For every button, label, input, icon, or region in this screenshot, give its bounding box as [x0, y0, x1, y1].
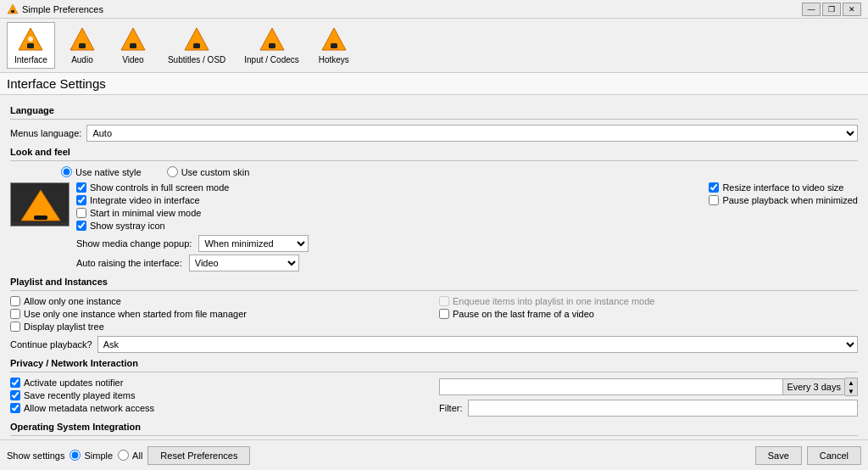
playlist-tree-checkbox[interactable]: [10, 322, 20, 332]
fullscreen-controls-checkbox[interactable]: [76, 182, 86, 193]
input-label: Input / Codecs: [244, 55, 298, 64]
show-media-label: Show media change popup:: [76, 238, 192, 249]
continue-playback-select[interactable]: Ask Always Never: [97, 336, 858, 353]
playlist-left-col: Allow only one instance Use only one ins…: [10, 296, 429, 334]
show-media-row: Show media change popup: When minimized …: [76, 235, 309, 252]
one-instance-item[interactable]: Allow only one instance: [10, 296, 429, 306]
minimal-view-checkbox[interactable]: [76, 208, 86, 218]
systray-icon-item[interactable]: Show systray icon: [76, 221, 309, 231]
resize-interface-checkbox[interactable]: [709, 182, 719, 193]
auto-raising-select[interactable]: Video Always Never: [189, 255, 299, 271]
days-down-button[interactable]: ▼: [845, 387, 857, 395]
filter-input[interactable]: [468, 400, 859, 417]
all-radio-item[interactable]: All: [118, 450, 142, 461]
pause-last-frame-checkbox[interactable]: [439, 309, 449, 319]
continue-playback-label: Continue playback?: [10, 339, 92, 350]
privacy-section-title: Privacy / Network Interaction: [10, 358, 858, 368]
native-style-radio-item[interactable]: Use native style: [61, 166, 142, 177]
minimize-button[interactable]: —: [802, 3, 821, 16]
metadata-network-label: Allow metadata network access: [24, 403, 154, 413]
toolbar-item-hotkeys[interactable]: Hotkeys: [310, 22, 358, 69]
audio-label: Audio: [71, 55, 93, 64]
playlist-section-title: Playlist and Instances: [10, 277, 858, 287]
svg-rect-12: [269, 43, 275, 48]
subtitles-icon: [183, 26, 210, 53]
svg-rect-10: [193, 43, 200, 48]
menus-language-label: Menus language:: [10, 128, 81, 138]
minimal-view-label: Start in minimal view mode: [90, 208, 201, 218]
metadata-network-checkbox[interactable]: [10, 403, 20, 413]
audio-icon: [69, 26, 96, 53]
menus-language-select[interactable]: Auto English French: [86, 125, 858, 142]
enqueue-item: Enqueue items into playlist in one insta…: [439, 296, 858, 306]
systray-icon-checkbox[interactable]: [76, 221, 86, 231]
updates-notifier-checkbox[interactable]: [10, 378, 20, 388]
custom-skin-radio-item[interactable]: Use custom skin: [167, 166, 250, 177]
look-feel-checkboxes: Show controls in full screen mode Integr…: [76, 182, 309, 271]
pause-minimized-checkbox[interactable]: [709, 195, 719, 205]
filter-row: Filter:: [439, 400, 858, 417]
one-instance-checkbox[interactable]: [10, 296, 20, 306]
custom-skin-radio[interactable]: [167, 166, 178, 177]
look-feel-section-title: Look and feel: [10, 147, 858, 157]
file-manager-instance-item[interactable]: Use only one instance when started from …: [10, 309, 429, 319]
svg-rect-3: [27, 43, 34, 48]
reset-preferences-button[interactable]: Reset Preferences: [147, 446, 250, 465]
one-instance-label: Allow only one instance: [24, 296, 121, 306]
metadata-network-item[interactable]: Allow metadata network access: [10, 403, 429, 413]
updates-notifier-label: Activate updates notifier: [24, 378, 123, 388]
native-style-radio[interactable]: [61, 166, 72, 177]
save-button[interactable]: Save: [755, 446, 802, 465]
updates-notifier-item[interactable]: Activate updates notifier: [10, 378, 429, 388]
all-radio[interactable]: [118, 450, 129, 461]
toolbar-item-interface[interactable]: Interface: [7, 22, 55, 69]
simple-radio[interactable]: [70, 450, 81, 461]
recently-played-checkbox[interactable]: [10, 390, 20, 400]
toolbar-item-video[interactable]: Video: [109, 22, 157, 69]
show-media-select[interactable]: When minimized Always Never: [198, 235, 309, 252]
filter-label: Filter:: [439, 403, 463, 413]
minimal-view-item[interactable]: Start in minimal view mode: [76, 208, 309, 218]
integrate-video-checkbox[interactable]: [76, 195, 86, 205]
toolbar-item-audio[interactable]: Audio: [58, 22, 106, 69]
custom-skin-label: Use custom skin: [181, 167, 250, 177]
bottom-right-buttons: Save Cancel: [755, 446, 861, 465]
toolbar-item-subtitles[interactable]: Subtitles / OSD: [160, 22, 233, 69]
file-manager-instance-checkbox[interactable]: [10, 309, 20, 319]
restore-button[interactable]: ❐: [822, 3, 841, 16]
playlist-tree-label: Display playlist tree: [24, 322, 104, 332]
fullscreen-controls-item[interactable]: Show controls in full screen mode: [76, 182, 309, 193]
svg-rect-17: [34, 215, 47, 220]
interface-label: Interface: [14, 55, 47, 64]
cancel-button[interactable]: Cancel: [807, 446, 861, 465]
resize-interface-item[interactable]: Resize interface to video size: [709, 182, 858, 193]
vlc-preview: [10, 182, 70, 227]
continue-playback-row: Continue playback? Ask Always Never: [10, 336, 858, 353]
toolbar-item-input[interactable]: Input / Codecs: [236, 22, 306, 69]
systray-icon-label: Show systray icon: [90, 221, 165, 231]
update-days-input[interactable]: [439, 378, 783, 395]
pause-minimized-item[interactable]: Pause playback when minimized: [709, 195, 858, 205]
auto-raising-row: Auto raising the interface: Video Always…: [76, 255, 309, 271]
pause-last-frame-item[interactable]: Pause on the last frame of a video: [439, 309, 858, 319]
show-settings-area: Show settings Simple All Reset Preferenc…: [7, 446, 250, 465]
svg-point-4: [28, 36, 33, 42]
svg-rect-6: [79, 43, 86, 48]
auto-raising-label: Auto raising the interface:: [76, 258, 182, 268]
recently-played-item[interactable]: Save recently played items: [10, 390, 429, 400]
look-feel-right-col: Resize interface to video size Pause pla…: [709, 182, 858, 271]
playlist-tree-item[interactable]: Display playlist tree: [10, 322, 429, 332]
integrate-video-item[interactable]: Integrate video in interface: [76, 195, 309, 205]
all-label: All: [132, 450, 142, 461]
privacy-left-col: Activate updates notifier Save recently …: [10, 378, 429, 417]
skin-radio-group: Use native style Use custom skin: [10, 166, 858, 177]
pause-last-frame-label: Pause on the last frame of a video: [453, 309, 594, 319]
playlist-right-col: Enqueue items into playlist in one insta…: [439, 296, 858, 334]
simple-radio-item[interactable]: Simple: [70, 450, 113, 461]
enqueue-label: Enqueue items into playlist in one insta…: [453, 296, 654, 306]
input-icon: [259, 26, 286, 53]
close-button[interactable]: ✕: [843, 3, 861, 16]
file-manager-instance-label: Use only one instance when started from …: [24, 309, 247, 319]
privacy-right-col: Every 3 days ▲ ▼ Filter:: [439, 378, 858, 417]
days-up-button[interactable]: ▲: [845, 378, 857, 387]
